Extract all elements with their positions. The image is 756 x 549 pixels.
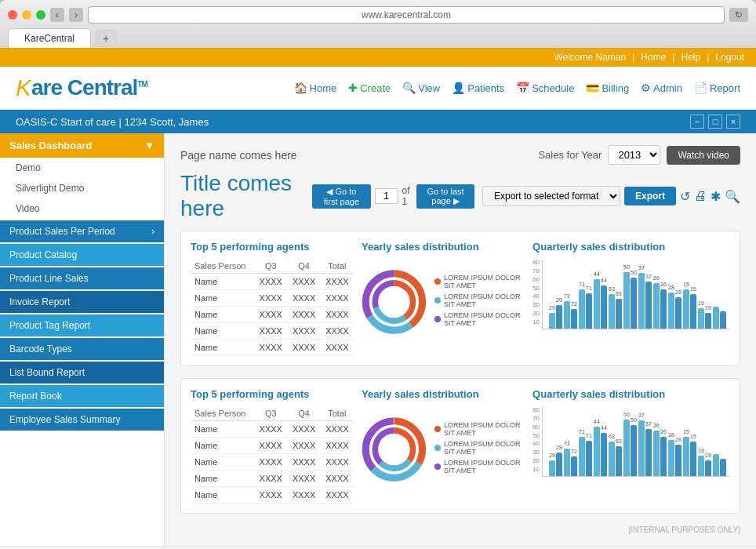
nav-admin[interactable]: ⚙Admin — [641, 82, 682, 94]
donut-chart-1: Yearly sales distribution — [362, 241, 525, 356]
new-tab-button[interactable]: + — [95, 29, 117, 48]
bar-chart-2: Quarterly sales distribution 80 70 60 50… — [532, 388, 730, 504]
bar-value: 28 — [675, 437, 681, 442]
footer: © 2003-2013 Kare Central Corporation. — [0, 546, 756, 549]
sidebar-item-report-book[interactable]: Report Book — [0, 385, 164, 407]
bar: 19 — [705, 460, 711, 476]
bar — [720, 311, 726, 329]
page-title: Title comes here — [180, 171, 304, 221]
bar: 37 — [645, 282, 652, 329]
nav-view[interactable]: 🔍View — [402, 82, 440, 94]
sidebar-item-product-catalog[interactable]: Product Catalog — [0, 244, 164, 266]
sidebar-group-label: Barcode Types — [9, 344, 72, 354]
bar-group: 5050 — [623, 420, 637, 476]
first-page-button[interactable]: ◀ Go to first page — [312, 184, 370, 209]
bar — [720, 459, 726, 476]
bar: 15 — [690, 442, 696, 476]
sidebar-item-demo[interactable]: Demo — [0, 158, 164, 178]
bar: 26 — [660, 437, 667, 476]
export-format-select[interactable]: Export to selected format PDFExcelCSV — [482, 186, 620, 206]
table-cell: Name — [191, 454, 254, 471]
bar: 28 — [675, 445, 681, 476]
bar: 26 — [660, 289, 667, 329]
bar: 63 — [609, 442, 615, 476]
nav-home[interactable]: 🏠Home — [294, 82, 337, 94]
nav-report[interactable]: 📄Report — [694, 82, 740, 94]
table-cell: Name — [191, 290, 254, 307]
col-q3-2: Q3 — [254, 406, 287, 421]
sidebar-item-silverlight[interactable]: Silverlight Demo — [0, 178, 164, 198]
back-button[interactable]: ‹ — [50, 8, 64, 22]
home-icon: 🏠 — [294, 82, 307, 94]
legend-item: LOREM IPSUM DOLOR SIT AMET — [434, 293, 525, 308]
address-bar[interactable]: www.karecentral.com — [88, 6, 725, 24]
bar-value: 71 — [579, 429, 585, 434]
bar: 19 — [698, 456, 704, 476]
bar-value: 37 — [638, 413, 645, 418]
nav-create[interactable]: ✚Create — [348, 82, 391, 94]
table-cell: Name — [191, 274, 254, 290]
last-page-button[interactable]: Go to last page ▶ — [416, 184, 474, 209]
table-cell: XXXX — [254, 323, 287, 340]
logout-link[interactable]: Logout — [715, 52, 744, 63]
table-cell: Name — [191, 340, 254, 356]
restore-btn[interactable]: □ — [708, 115, 722, 129]
zoom-icon[interactable]: 🔍 — [725, 189, 740, 204]
bar: 37 — [645, 429, 652, 476]
sidebar-item-employee-sales[interactable]: Employee Sales Summary — [0, 409, 164, 431]
table-cell: XXXX — [254, 471, 287, 487]
browser-tab[interactable]: KareCentral — [8, 28, 91, 48]
table-cell: XXXX — [287, 340, 320, 356]
forward-button[interactable]: › — [69, 8, 83, 22]
table-cell: XXXX — [321, 487, 354, 504]
refresh-button[interactable]: ↻ — [729, 8, 748, 22]
close-btn[interactable]: × — [726, 115, 740, 129]
sidebar-item-product-sales[interactable]: Product Sales Per Period › — [0, 220, 164, 242]
home-link[interactable]: Home — [641, 52, 666, 63]
sidebar-item-list-bound[interactable]: List Bound Report — [0, 362, 164, 384]
sidebar-group-label: Product Catalog — [9, 249, 77, 260]
refresh-icon[interactable]: ↺ — [680, 189, 690, 204]
settings-icon[interactable]: ✱ — [711, 189, 721, 204]
sidebar-item-product-tag[interactable]: Product Tag Report — [0, 314, 164, 336]
bar: 28 — [668, 440, 674, 476]
y-label: 20 — [532, 310, 540, 317]
bar: 28 — [675, 297, 681, 329]
chevron-down-icon: ▼ — [144, 140, 154, 151]
sidebar-active-item[interactable]: Sales Dashboard ▼ — [0, 133, 164, 158]
sidebar-item-invoice[interactable]: Invoice Report — [0, 291, 164, 313]
col-sales-person-2: Sales Person — [191, 406, 254, 421]
bar: 44 — [601, 285, 607, 329]
internal-note: [INTERNAL PURPOSES ONLY] — [180, 525, 740, 534]
table-row: NameXXXXXXXXXXXX — [191, 487, 354, 504]
minimize-btn[interactable]: − — [690, 115, 704, 129]
close-dot[interactable] — [8, 10, 17, 20]
sidebar-group-label: Product Line Sales — [9, 273, 89, 284]
table-cell: Name — [191, 307, 254, 323]
export-button[interactable]: Export — [624, 187, 676, 205]
page-input[interactable] — [375, 188, 398, 204]
nav-patients[interactable]: 👤Patients — [452, 82, 504, 94]
table-cell: XXXX — [287, 307, 320, 323]
app-header: K are CentralTM 🏠Home ✚Create 🔍View 👤Pat… — [0, 67, 756, 110]
table-cell: XXXX — [254, 454, 287, 471]
view-icon: 🔍 — [402, 82, 416, 94]
col-q3: Q3 — [254, 259, 287, 274]
help-link[interactable]: Help — [681, 52, 700, 63]
maximize-dot[interactable] — [36, 10, 45, 20]
watch-video-button[interactable]: Watch video — [667, 146, 740, 165]
sidebar-item-barcode[interactable]: Barcode Types — [0, 338, 164, 360]
nav-billing[interactable]: 💳Billing — [586, 82, 629, 94]
sidebar-item-video[interactable]: Video — [0, 198, 164, 219]
bar-chart-title-2: Quarterly sales distribution — [532, 388, 730, 400]
sidebar-item-product-line[interactable]: Product Line Sales — [0, 267, 164, 289]
year-select[interactable]: 201320122011 — [608, 145, 660, 165]
table-cell: XXXX — [321, 323, 354, 340]
bar-group — [713, 454, 726, 476]
svg-point-17 — [382, 438, 405, 461]
bar — [713, 454, 719, 476]
print-icon[interactable]: 🖨 — [694, 189, 707, 203]
legend-dot — [434, 297, 441, 304]
nav-schedule[interactable]: 📅Schedule — [516, 82, 574, 94]
minimize-dot[interactable] — [22, 10, 31, 20]
